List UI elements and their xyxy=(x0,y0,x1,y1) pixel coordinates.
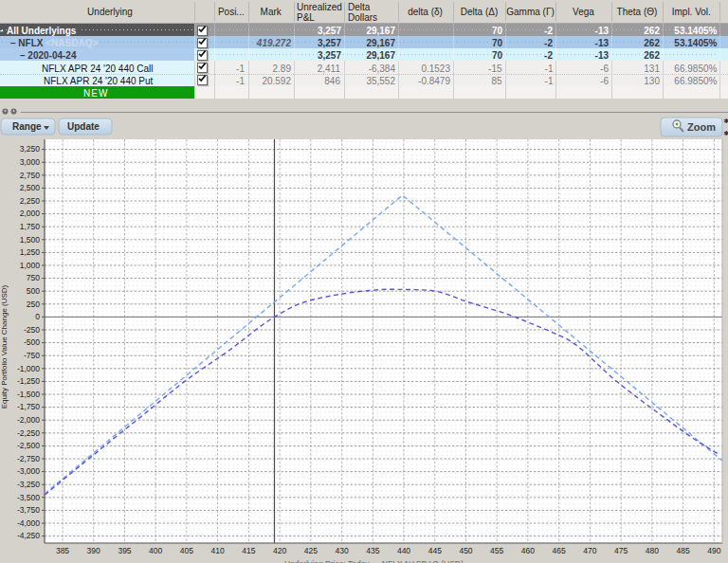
svg-text:1,000: 1,000 xyxy=(20,261,41,270)
svg-text:-750: -750 xyxy=(24,351,40,360)
svg-text:410: 410 xyxy=(211,546,225,555)
svg-text:470: 470 xyxy=(583,546,596,555)
svg-text:-1,250: -1,250 xyxy=(17,376,40,386)
svg-text:440: 440 xyxy=(397,546,410,555)
svg-text:-3,750: -3,750 xyxy=(17,505,40,515)
svg-text:2,250: 2,250 xyxy=(20,196,41,206)
svg-text:450: 450 xyxy=(459,546,472,555)
svg-text:405: 405 xyxy=(180,546,193,555)
svg-text:425: 425 xyxy=(304,546,318,555)
svg-text:430: 430 xyxy=(336,546,349,555)
svg-text:-4,250: -4,250 xyxy=(17,531,40,540)
svg-text:490: 490 xyxy=(707,546,720,555)
svg-text:475: 475 xyxy=(614,546,628,555)
svg-text:480: 480 xyxy=(646,546,659,555)
svg-text:390: 390 xyxy=(87,546,100,555)
svg-text:1,750: 1,750 xyxy=(20,222,41,231)
svg-text:445: 445 xyxy=(428,546,442,555)
svg-text:-3,500: -3,500 xyxy=(17,493,40,502)
svg-text:Update: Update xyxy=(67,121,100,132)
svg-text:455: 455 xyxy=(490,546,503,555)
svg-text:250: 250 xyxy=(27,300,40,309)
svg-text:-4,000: -4,000 xyxy=(17,518,40,528)
svg-text:1,500: 1,500 xyxy=(20,235,41,245)
svg-text:Zoom: Zoom xyxy=(687,121,716,133)
svg-text:-1,000: -1,000 xyxy=(17,364,40,373)
svg-text:435: 435 xyxy=(366,546,379,555)
svg-text:460: 460 xyxy=(521,546,535,555)
svg-text:3,000: 3,000 xyxy=(20,157,41,167)
svg-text:Range: Range xyxy=(12,121,42,132)
svg-text:-250: -250 xyxy=(24,325,40,335)
svg-text:485: 485 xyxy=(677,546,690,555)
svg-text:✱: ✱ xyxy=(724,118,728,124)
svg-text:-2,000: -2,000 xyxy=(17,415,40,425)
svg-text:3,250: 3,250 xyxy=(20,144,41,154)
svg-text:-2,250: -2,250 xyxy=(17,428,40,438)
svg-text:395: 395 xyxy=(118,546,131,555)
svg-text:-2,500: -2,500 xyxy=(17,441,40,450)
svg-text:-2,750: -2,750 xyxy=(17,454,40,463)
svg-text:-1,750: -1,750 xyxy=(17,402,40,411)
svg-text:400: 400 xyxy=(149,546,162,555)
svg-text:500: 500 xyxy=(27,286,40,296)
svg-text:-3,000: -3,000 xyxy=(17,466,40,476)
svg-text:385: 385 xyxy=(56,546,69,555)
svg-text:-1,500: -1,500 xyxy=(17,390,40,399)
svg-text:✱: ✱ xyxy=(724,130,728,136)
svg-text:420: 420 xyxy=(273,546,286,555)
svg-text:1,250: 1,250 xyxy=(20,247,41,257)
svg-text:Equity Portfolio Value Change: Equity Portfolio Value Change (USD) xyxy=(0,284,9,409)
svg-text:-500: -500 xyxy=(24,337,40,347)
svg-text:2,750: 2,750 xyxy=(20,171,41,180)
svg-text:0: 0 xyxy=(35,312,40,321)
svg-text:2,000: 2,000 xyxy=(20,209,41,218)
svg-text:-3,250: -3,250 xyxy=(17,480,40,489)
svg-text:2,500: 2,500 xyxy=(20,183,41,192)
svg-text:750: 750 xyxy=(27,273,40,282)
svg-text:465: 465 xyxy=(553,546,566,555)
svg-text:Underlying Price: Today — NFLX: Underlying Price: Today — NFLX NASDAQ (U… xyxy=(284,559,464,563)
svg-text:415: 415 xyxy=(242,546,255,555)
